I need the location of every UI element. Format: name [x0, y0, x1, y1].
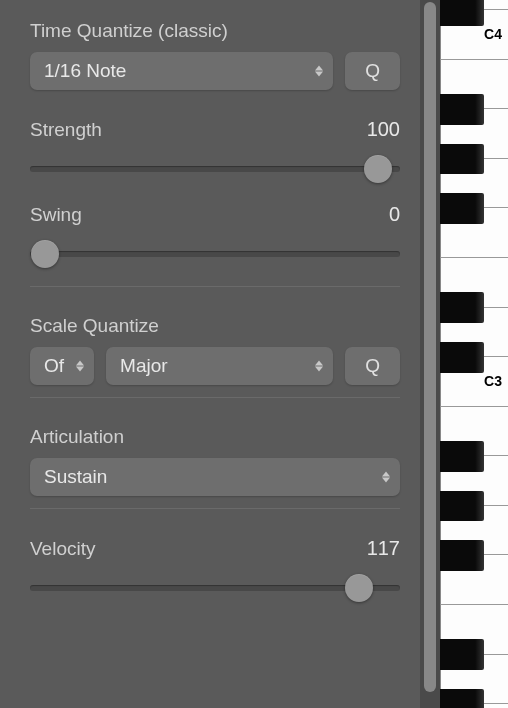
scale-type-dropdown[interactable]: Major: [106, 347, 333, 385]
time-quantize-label: Time Quantize (classic): [30, 20, 400, 42]
piano-black-key[interactable]: [440, 292, 484, 323]
velocity-label: Velocity: [30, 538, 95, 560]
time-quantize-section: Time Quantize (classic) 1/16 Note Q: [30, 20, 400, 102]
swing-section: Swing 0: [30, 203, 400, 287]
piano-black-key[interactable]: [440, 491, 484, 522]
swing-slider[interactable]: [30, 234, 400, 274]
inspector-panel: Time Quantize (classic) 1/16 Note Q Stre…: [0, 0, 420, 708]
time-quantize-q-button[interactable]: Q: [345, 52, 400, 90]
velocity-slider[interactable]: [30, 568, 400, 608]
scale-quantize-q-button[interactable]: Q: [345, 347, 400, 385]
piano-black-key[interactable]: [440, 193, 484, 224]
scrollbar-thumb[interactable]: [424, 2, 436, 692]
time-quantize-dropdown[interactable]: 1/16 Note: [30, 52, 333, 90]
piano-black-key[interactable]: [440, 540, 484, 571]
piano-black-key[interactable]: [440, 342, 484, 373]
articulation-dropdown[interactable]: Sustain: [30, 458, 400, 496]
piano-key-label-c4: C4: [484, 26, 502, 42]
swing-label: Swing: [30, 204, 82, 226]
velocity-slider-thumb[interactable]: [345, 574, 373, 602]
piano-black-key[interactable]: [440, 144, 484, 175]
articulation-section: Articulation Sustain: [30, 414, 400, 509]
scale-root-dropdown[interactable]: Of: [30, 347, 94, 385]
piano-black-key[interactable]: [440, 441, 484, 472]
strength-slider-thumb[interactable]: [364, 155, 392, 183]
strength-value[interactable]: 100: [367, 118, 400, 141]
piano-key-label-c3: C3: [484, 373, 502, 389]
piano-black-key[interactable]: [440, 94, 484, 125]
strength-slider[interactable]: [30, 149, 400, 189]
piano-black-key[interactable]: [440, 0, 484, 26]
piano-black-key[interactable]: [440, 689, 484, 708]
strength-label: Strength: [30, 119, 102, 141]
strength-section: Strength 100: [30, 118, 400, 189]
scale-quantize-label: Scale Quantize: [30, 315, 400, 337]
velocity-section: Velocity 117: [30, 525, 400, 620]
articulation-label: Articulation: [30, 426, 400, 448]
piano-black-key[interactable]: [440, 639, 484, 670]
piano-keyboard[interactable]: C4C3: [440, 0, 508, 708]
swing-value[interactable]: 0: [389, 203, 400, 226]
time-quantize-controls: 1/16 Note Q: [30, 52, 400, 90]
swing-slider-thumb[interactable]: [31, 240, 59, 268]
scale-quantize-section: Scale Quantize Of Major Q: [30, 303, 400, 398]
velocity-value[interactable]: 117: [367, 537, 400, 560]
vertical-scrollbar[interactable]: [420, 0, 440, 708]
